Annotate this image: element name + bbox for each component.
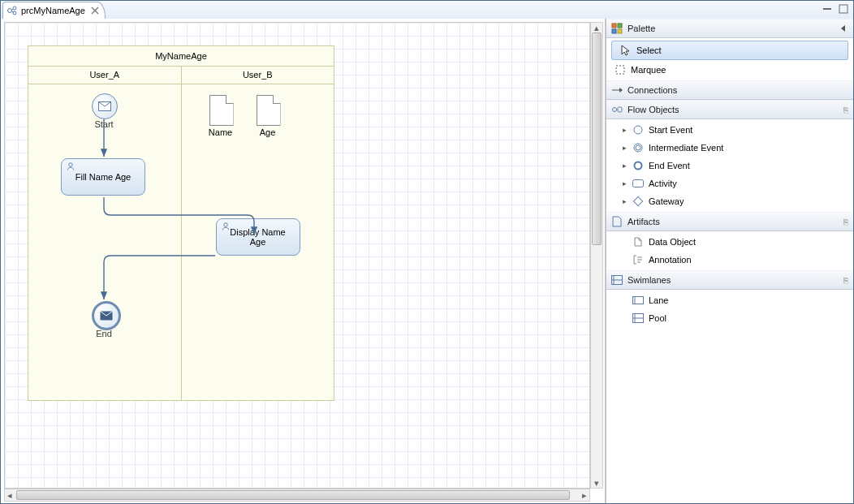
bpmn-pool[interactable]: MyNameAge User_A Start <box>28 45 334 401</box>
editor-body: MyNameAge User_A Start <box>1 19 853 503</box>
scroll-thumb[interactable] <box>592 32 602 245</box>
expand-icon[interactable]: ▸ <box>621 126 628 134</box>
tab-bar: prcMyNameAge <box>1 1 853 19</box>
palette-item-pool[interactable]: Pool <box>606 309 853 327</box>
svg-point-24 <box>635 162 642 170</box>
palette-group-connections[interactable]: Connections <box>606 80 853 100</box>
vertical-scrollbar[interactable]: ▴ ▾ <box>590 22 603 489</box>
group-label: Artifacts <box>628 217 660 226</box>
end-event[interactable] <box>92 301 121 330</box>
svg-point-23 <box>636 145 640 150</box>
data-object-label: Name <box>201 127 241 137</box>
cursor-icon <box>620 45 632 56</box>
envelope-icon <box>98 101 111 111</box>
item-label: Annotation <box>649 255 692 265</box>
marquee-icon <box>615 64 626 75</box>
scroll-down-icon[interactable]: ▾ <box>591 478 602 488</box>
palette-item-end-event[interactable]: ▸ End Event <box>606 157 853 174</box>
palette-item-annotation[interactable]: Annotation <box>606 251 853 269</box>
svg-point-10 <box>69 163 72 166</box>
connection-icon <box>611 84 623 96</box>
expand-icon[interactable]: ▸ <box>621 197 628 205</box>
task-display-name-age[interactable]: Display Name Age <box>216 218 300 256</box>
svg-point-1 <box>13 6 16 10</box>
start-event-icon <box>632 124 644 136</box>
user-icon <box>67 162 75 172</box>
palette-header[interactable]: Palette <box>606 19 853 38</box>
data-object-label: Age <box>248 127 288 137</box>
item-label: Data Object <box>649 237 696 247</box>
scroll-right-icon[interactable]: ▸ <box>580 489 589 501</box>
palette-group-flow-objects[interactable]: Flow Objects ⎘ <box>606 100 853 119</box>
editor-tab[interactable]: prcMyNameAge <box>2 2 106 19</box>
tool-select[interactable]: Select <box>611 41 848 60</box>
maximize-icon[interactable] <box>837 2 850 15</box>
horizontal-scrollbar[interactable]: ◂ ▸ <box>4 489 590 502</box>
tool-label: Marquee <box>631 65 666 75</box>
scroll-left-icon[interactable]: ◂ <box>5 489 15 501</box>
lane-body: Start Fill Name Age <box>28 84 181 400</box>
item-label: End Event <box>649 161 690 170</box>
item-label: Lane <box>649 295 668 305</box>
svg-rect-8 <box>839 5 848 13</box>
canvas-pane: MyNameAge User_A Start <box>1 19 606 503</box>
palette-item-intermediate-event[interactable]: ▸ Intermediate Event <box>606 139 853 157</box>
intermediate-event-icon <box>632 142 644 153</box>
item-label: Gateway <box>649 196 684 206</box>
lanes: User_A Start Fill Na <box>28 66 334 400</box>
end-event-label: End <box>80 329 128 338</box>
svg-point-12 <box>223 223 226 226</box>
svg-point-0 <box>8 9 12 13</box>
lane-user-a[interactable]: User_A Start Fill Na <box>28 66 181 400</box>
palette-title: Palette <box>628 24 655 33</box>
expand-icon[interactable]: ▸ <box>621 162 628 170</box>
pool-title: MyNameAge <box>28 46 334 67</box>
palette-item-data-object[interactable]: Data Object <box>606 233 853 251</box>
diagram-canvas[interactable]: MyNameAge User_A Start <box>4 22 590 489</box>
lane-body: Name Age Display Name Age <box>182 84 334 400</box>
scroll-up-icon[interactable]: ▴ <box>591 23 602 32</box>
svg-point-21 <box>634 126 642 134</box>
swimlanes-icon <box>611 274 623 286</box>
end-event-icon <box>632 160 644 171</box>
data-object-name[interactable] <box>209 95 234 126</box>
task-label: Display Name Age <box>222 227 295 247</box>
palette-tools: Select Marquee <box>606 38 853 80</box>
tabbar-actions <box>821 2 850 15</box>
palette-item-gateway[interactable]: ▸ Gateway <box>606 192 853 210</box>
scroll-thumb[interactable] <box>16 490 570 500</box>
start-event[interactable] <box>92 93 118 119</box>
pin-icon[interactable]: ⎘ <box>843 218 848 226</box>
swimlane-items: Lane Pool <box>606 290 853 329</box>
tool-marquee[interactable]: Marquee <box>606 61 853 79</box>
pin-icon[interactable]: ⎘ <box>843 106 848 114</box>
palette-group-swimlanes[interactable]: Swimlanes ⎘ <box>606 270 853 290</box>
palette-item-lane[interactable]: Lane <box>606 291 853 309</box>
editor-tab-title: prcMyNameAge <box>21 2 85 19</box>
svg-rect-25 <box>633 180 644 187</box>
minimize-icon[interactable] <box>821 2 834 15</box>
palette-group-artifacts[interactable]: Artifacts ⎘ <box>606 212 853 231</box>
task-label: Fill Name Age <box>75 172 131 182</box>
expand-icon[interactable]: ▸ <box>621 144 628 152</box>
artifacts-icon <box>611 216 623 227</box>
svg-rect-14 <box>618 24 622 28</box>
svg-rect-16 <box>618 29 622 33</box>
flow-objects-items: ▸ Start Event ▸ Intermediate Event ▸ End… <box>606 119 853 212</box>
pin-icon[interactable]: ⎘ <box>843 276 848 285</box>
palette-item-activity[interactable]: ▸ Activity <box>606 174 853 192</box>
close-icon[interactable] <box>90 6 100 15</box>
palette-item-start-event[interactable]: ▸ Start Event <box>606 121 853 139</box>
expand-icon[interactable]: ▸ <box>621 179 628 187</box>
lane-user-b[interactable]: User_B Name Age Displa <box>181 66 334 400</box>
activity-icon <box>632 178 644 189</box>
item-label: Start Event <box>649 125 692 135</box>
svg-rect-17 <box>616 66 624 74</box>
task-fill-name-age[interactable]: Fill Name Age <box>61 158 145 196</box>
lane-icon <box>632 295 644 306</box>
data-object-age[interactable] <box>257 95 281 126</box>
collapse-icon[interactable] <box>837 23 848 34</box>
svg-rect-15 <box>612 29 616 33</box>
artifact-items: Data Object Annotation <box>606 231 853 270</box>
editor-window: prcMyNameAge MyNameAge User_A <box>0 0 854 504</box>
